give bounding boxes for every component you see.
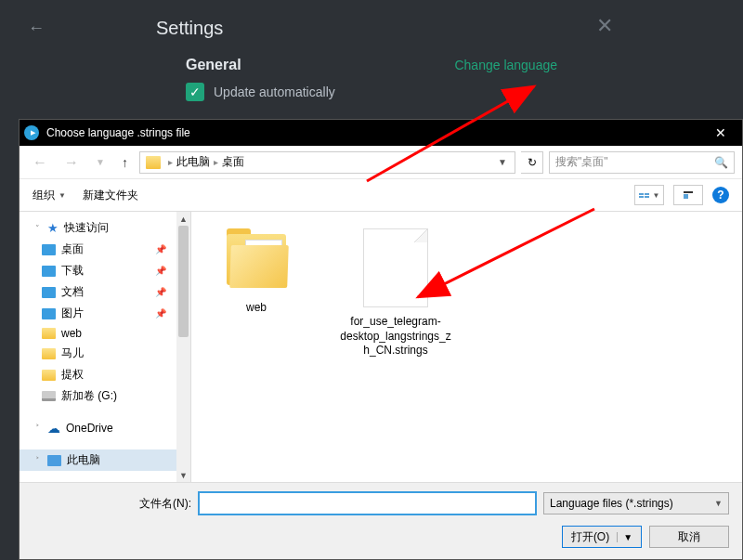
sidebar-desktop[interactable]: 桌面 📌 xyxy=(20,239,190,260)
pin-icon: 📌 xyxy=(155,266,166,276)
sidebar-pictures[interactable]: 图片 📌 xyxy=(20,303,190,324)
new-folder-button[interactable]: 新建文件夹 xyxy=(83,188,138,203)
file-item-strings[interactable]: for_use_telegram-desktop_langstrings_zh_… xyxy=(340,228,451,358)
file-icon xyxy=(363,228,428,307)
document-icon xyxy=(42,287,56,298)
toolbar: 组织 ▼ 新建文件夹 ▼ ? xyxy=(20,179,742,211)
pin-icon: 📌 xyxy=(155,308,166,319)
nav-up-button[interactable]: ↑ xyxy=(116,153,134,172)
chevron-down-icon: ▼ xyxy=(714,499,723,508)
dialog-titlebar: Choose language .strings file ✕ xyxy=(20,120,742,146)
scroll-thumb[interactable] xyxy=(178,226,189,337)
pin-icon: 📌 xyxy=(155,244,166,254)
update-auto-label: Update automatically xyxy=(214,85,335,99)
sidebar-horse[interactable]: 马儿 xyxy=(20,343,190,364)
chevron-right-icon: ˃ xyxy=(33,423,42,433)
refresh-button[interactable]: ↻ xyxy=(521,151,543,174)
drive-icon xyxy=(42,391,56,401)
file-item-folder[interactable]: web xyxy=(201,228,312,316)
file-name: web xyxy=(201,301,312,316)
search-input[interactable]: 搜索"桌面" 🔍 xyxy=(549,151,735,174)
general-heading: General xyxy=(186,57,241,73)
breadcrumb-root[interactable]: 此电脑 xyxy=(176,154,210,170)
sidebar: ˅ ★ 快速访问 桌面 📌 下载 📌 文档 📌 xyxy=(20,212,191,482)
folder-icon xyxy=(146,156,161,169)
chevron-down-icon: ▼ xyxy=(59,191,66,200)
sidebar-scrollbar[interactable]: ▲ ▼ xyxy=(176,212,190,482)
filename-input[interactable] xyxy=(199,492,536,514)
settings-title: Settings xyxy=(156,18,223,39)
scroll-up-arrow[interactable]: ▲ xyxy=(176,212,190,226)
address-bar[interactable]: ▸ 此电脑 ▸ 桌面 ▼ xyxy=(139,151,515,174)
scroll-down-arrow[interactable]: ▼ xyxy=(176,468,190,482)
organize-menu[interactable]: 组织 ▼ xyxy=(33,188,66,203)
view-details-button[interactable] xyxy=(673,185,703,205)
view-large-button[interactable]: ▼ xyxy=(634,185,664,205)
picture-icon xyxy=(42,308,56,319)
update-auto-checkbox[interactable]: ✓ xyxy=(186,83,204,101)
chevron-right-icon: ˃ xyxy=(33,456,42,465)
dialog-bottom: 文件名(N): Language files (*.strings) ▼ 打开(… xyxy=(20,482,742,559)
settings-panel: ← Settings ✕ General Change language ✓ U… xyxy=(0,0,743,121)
chevron-right-icon: ▸ xyxy=(168,157,173,167)
pc-icon xyxy=(47,455,61,466)
sidebar-new-volume[interactable]: 新加卷 (G:) xyxy=(20,385,190,407)
sidebar-downloads[interactable]: 下载 📌 xyxy=(20,260,190,281)
download-icon xyxy=(42,266,56,277)
filename-label: 文件名(N): xyxy=(139,496,191,512)
breadcrumb-folder[interactable]: 桌面 xyxy=(222,154,244,170)
telegram-icon xyxy=(24,125,39,140)
folder-icon xyxy=(42,348,56,359)
file-open-dialog: Choose language .strings file ✕ ← → ▼ ↑ … xyxy=(19,119,743,560)
nav-back-button[interactable]: ← xyxy=(27,152,53,173)
file-name: for_use_telegram-desktop_langstrings_zh_… xyxy=(340,315,451,358)
open-button[interactable]: 打开(O) ▼ xyxy=(562,526,642,548)
sidebar-web[interactable]: web xyxy=(20,324,190,343)
files-area[interactable]: web for_use_telegram-desktop_langstrings… xyxy=(191,212,742,482)
chevron-down-icon: ˅ xyxy=(33,224,42,233)
sidebar-rights[interactable]: 提权 xyxy=(20,364,190,385)
chevron-right-icon: ▸ xyxy=(214,157,218,167)
sidebar-this-pc[interactable]: ˃ 此电脑 xyxy=(20,449,190,471)
sidebar-documents[interactable]: 文档 📌 xyxy=(20,281,190,303)
chevron-down-icon: ▼ xyxy=(653,191,660,200)
folder-icon xyxy=(42,328,56,339)
folder-icon xyxy=(219,228,293,293)
search-icon: 🔍 xyxy=(714,156,728,169)
sidebar-quick-access[interactable]: ˅ ★ 快速访问 xyxy=(20,217,190,239)
nav-recent-dropdown[interactable]: ▼ xyxy=(90,155,111,169)
folder-icon xyxy=(42,370,56,381)
desktop-icon xyxy=(42,244,56,255)
cancel-button[interactable]: 取消 xyxy=(649,526,729,548)
dialog-close-button[interactable]: ✕ xyxy=(704,125,737,140)
help-button[interactable]: ? xyxy=(712,187,729,203)
pin-icon: 📌 xyxy=(155,287,166,297)
star-icon: ★ xyxy=(47,221,59,235)
address-dropdown[interactable]: ▼ xyxy=(492,157,513,167)
nav-forward-button: → xyxy=(59,152,85,173)
close-settings-icon[interactable]: ✕ xyxy=(596,14,613,38)
dialog-title: Choose language .strings file xyxy=(46,126,190,139)
nav-bar: ← → ▼ ↑ ▸ 此电脑 ▸ 桌面 ▼ ↻ 搜索"桌面" 🔍 xyxy=(20,146,742,179)
sidebar-onedrive[interactable]: ˃ ☁ OneDrive xyxy=(20,418,190,438)
cloud-icon: ☁ xyxy=(47,421,60,436)
chevron-down-icon: ▼ xyxy=(617,532,632,542)
back-button[interactable]: ← xyxy=(19,14,54,43)
filetype-select[interactable]: Language files (*.strings) ▼ xyxy=(543,492,729,514)
search-placeholder: 搜索"桌面" xyxy=(555,154,608,170)
change-language-link[interactable]: Change language xyxy=(454,58,557,72)
